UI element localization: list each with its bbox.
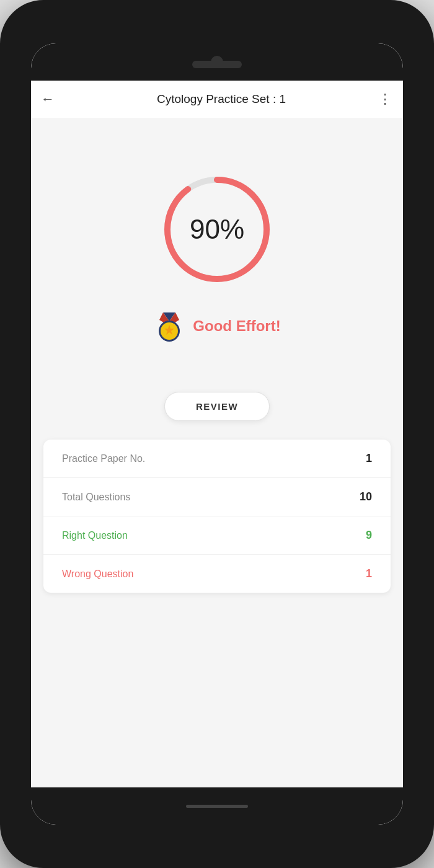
stat-value-paper: 1 xyxy=(366,452,372,465)
phone-notch xyxy=(31,43,403,81)
page-title: Cytology Practice Set : 1 xyxy=(64,92,378,106)
stat-label-total: Total Questions xyxy=(62,492,130,503)
stat-label-paper: Practice Paper No. xyxy=(62,453,145,464)
stat-value-wrong: 1 xyxy=(366,567,372,580)
score-percentage: 90% xyxy=(190,214,244,245)
back-button[interactable]: ← xyxy=(41,92,55,106)
stat-row-wrong: Wrong Question 1 xyxy=(43,555,391,593)
stat-value-right: 9 xyxy=(366,529,372,542)
effort-label: Good Effort! xyxy=(193,317,280,335)
main-content: 90% Good Effort! xyxy=(31,118,403,787)
more-options-button[interactable]: ⋮ xyxy=(378,91,393,107)
progress-circle: 90% xyxy=(155,167,279,291)
stat-value-total: 10 xyxy=(360,490,372,503)
phone-screen: ← Cytology Practice Set : 1 ⋮ 90% xyxy=(31,43,403,825)
stat-row-total: Total Questions 10 xyxy=(43,478,391,516)
stat-row-paper: Practice Paper No. 1 xyxy=(43,440,391,478)
speaker-icon xyxy=(192,61,242,68)
stats-card: Practice Paper No. 1 Total Questions 10 … xyxy=(43,440,391,593)
effort-row: Good Effort! xyxy=(153,310,280,342)
stat-label-right: Right Question xyxy=(62,530,128,541)
phone-bottom xyxy=(31,787,403,825)
medal-icon xyxy=(153,310,185,342)
stat-row-right: Right Question 9 xyxy=(43,516,391,555)
app-bar: ← Cytology Practice Set : 1 ⋮ xyxy=(31,81,403,118)
phone-device: ← Cytology Practice Set : 1 ⋮ 90% xyxy=(0,0,434,868)
home-bar xyxy=(186,805,248,808)
review-button[interactable]: REVIEW xyxy=(164,392,270,421)
stat-label-wrong: Wrong Question xyxy=(62,569,133,580)
